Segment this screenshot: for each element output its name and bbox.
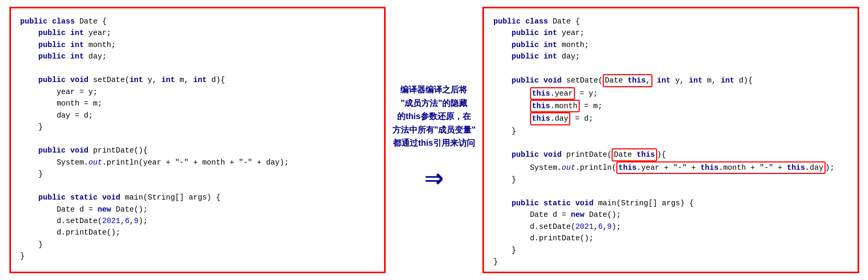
println-this-highlight: this.year + "-" + this.month + "-" + thi…: [616, 161, 826, 174]
middle-section: 编译器编译之后将 "成员方法"的隐藏 的this参数还原，在 方法中所有"成员变…: [386, 83, 482, 197]
left-code-panel: public class Date { public int year; pub…: [9, 7, 386, 273]
right-code-panel: public class Date { public int year; pub…: [482, 7, 859, 273]
this-day-highlight: this.day: [530, 112, 571, 125]
right-code-content: public class Date { public int year; pub…: [493, 16, 848, 268]
this-month-highlight: this.month: [530, 100, 580, 112]
date-this-highlight-2: Date this: [612, 148, 657, 161]
annotation-text: 编译器编译之后将 "成员方法"的隐藏 的this参数还原，在 方法中所有"成员变…: [392, 83, 476, 150]
arrow-icon: ⇒: [424, 158, 443, 197]
this-year-highlight: this.year: [530, 87, 575, 100]
date-this-highlight-1: Date this,: [603, 74, 652, 87]
left-code-content: public class Date { public int year; pub…: [20, 16, 375, 262]
main-container: public class Date { public int year; pub…: [5, 4, 863, 276]
